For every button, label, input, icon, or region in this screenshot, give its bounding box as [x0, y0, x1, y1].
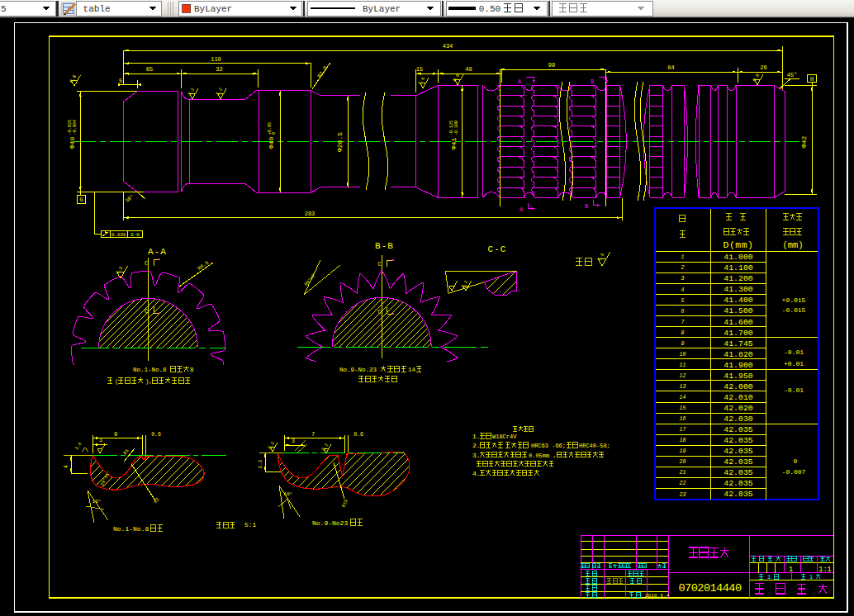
- svg-text:-0.01: -0.01: [784, 386, 804, 394]
- svg-text:11: 11: [680, 362, 686, 368]
- svg-text:41.820: 41.820: [724, 350, 752, 359]
- svg-text:C: C: [378, 310, 382, 315]
- svg-text:(mm): (mm): [782, 240, 803, 250]
- svg-text:41.200: 41.200: [724, 274, 752, 283]
- svg-text:ByLayer: ByLayer: [363, 4, 401, 14]
- svg-text:42.035: 42.035: [724, 447, 752, 456]
- svg-text:42.035: 42.035: [724, 425, 752, 434]
- svg-text:110: 110: [211, 56, 221, 63]
- svg-text:23: 23: [680, 492, 686, 498]
- svg-text:3: 3: [99, 438, 102, 443]
- svg-text:0.6: 0.6: [353, 432, 363, 438]
- svg-text:41.500: 41.500: [724, 306, 752, 315]
- svg-text:42.035: 42.035: [724, 479, 752, 488]
- svg-text:32: 32: [216, 66, 222, 73]
- svg-text:Φ40: Φ40: [69, 137, 76, 149]
- svg-text:41.950: 41.950: [724, 372, 752, 381]
- svg-text:0.05mm ,: 0.05mm ,: [529, 453, 557, 459]
- svg-text:+0.015: +0.015: [782, 296, 806, 304]
- svg-text:0: 0: [794, 457, 798, 465]
- svg-text:1: 1: [809, 574, 814, 580]
- svg-text:41.000: 41.000: [724, 253, 752, 262]
- svg-text:3.: 3.: [472, 452, 481, 459]
- svg-text:41.300: 41.300: [724, 285, 752, 294]
- svg-text:41.100: 41.100: [724, 263, 752, 272]
- svg-text:-0.015: -0.015: [782, 306, 806, 314]
- svg-text:2.5: 2.5: [258, 459, 263, 468]
- svg-text:Φ40: Φ40: [268, 137, 275, 149]
- svg-text:16: 16: [680, 416, 686, 422]
- svg-text:42.035: 42.035: [724, 457, 752, 467]
- svg-text:D(mm): D(mm): [723, 239, 753, 250]
- svg-text:21: 21: [680, 470, 686, 476]
- svg-text:14: 14: [680, 395, 686, 400]
- svg-text:+0.01: +0.01: [784, 360, 804, 367]
- svg-text:41.400: 41.400: [724, 296, 752, 305]
- svg-text:A-A: A-A: [148, 247, 167, 257]
- svg-text:0.50: 0.50: [479, 4, 501, 14]
- svg-text:17: 17: [680, 427, 686, 433]
- svg-text:No.9-No23: No.9-No23: [312, 519, 348, 527]
- svg-text:15: 15: [680, 405, 686, 411]
- svg-text:2.: 2.: [472, 442, 481, 449]
- svg-text:10: 10: [680, 352, 686, 358]
- svg-text:19: 19: [680, 448, 686, 454]
- svg-text:3: 3: [292, 438, 295, 444]
- svg-text:1: 1: [789, 566, 793, 574]
- svg-text:84: 84: [667, 64, 674, 71]
- svg-text:(: (: [115, 378, 118, 385]
- svg-text:Φ42: Φ42: [800, 136, 808, 149]
- svg-text:5: 5: [1, 4, 7, 14]
- svg-text:13: 13: [680, 384, 686, 390]
- svg-text:41.900: 41.900: [724, 361, 752, 370]
- svg-text:42.020: 42.020: [724, 404, 752, 413]
- svg-text:9: 9: [114, 431, 117, 438]
- svg-text:41.600: 41.600: [724, 318, 752, 327]
- svg-text:-0.390: -0.390: [454, 121, 459, 135]
- svg-text:Φ28.5: Φ28.5: [336, 132, 344, 152]
- svg-text:No.9-No.23: No.9-No.23: [339, 367, 377, 373]
- svg-text:5:1: 5:1: [244, 521, 257, 528]
- svg-text:),: ),: [145, 378, 152, 385]
- svg-text:C: C: [378, 262, 382, 268]
- svg-text:5: 5: [681, 298, 685, 304]
- svg-text:2: 2: [681, 265, 685, 271]
- svg-text:4: 4: [681, 287, 685, 293]
- svg-text:9: 9: [681, 341, 685, 347]
- svg-text:1: 1: [767, 574, 771, 580]
- svg-text:85: 85: [146, 66, 153, 73]
- svg-text:Φ41: Φ41: [450, 138, 458, 150]
- svg-text:-0.007: -0.007: [782, 468, 806, 476]
- svg-text:7: 7: [681, 320, 685, 325]
- svg-text:42.035: 42.035: [724, 490, 752, 499]
- svg-text:0: 0: [272, 132, 277, 135]
- svg-text:12: 12: [680, 373, 686, 379]
- svg-text:42.030: 42.030: [724, 415, 752, 424]
- svg-text:B: B: [591, 78, 594, 85]
- svg-text:B-B: B-B: [375, 241, 394, 251]
- svg-text:8: 8: [681, 330, 685, 336]
- svg-text:45°: 45°: [787, 72, 798, 78]
- svg-text:283: 283: [305, 211, 316, 217]
- svg-text:No.1-No.8: No.1-No.8: [113, 525, 149, 533]
- svg-text:20: 20: [680, 459, 686, 465]
- svg-text:4: 4: [64, 465, 69, 468]
- svg-text:G-H: G-H: [130, 232, 140, 238]
- svg-text:0.030: 0.030: [111, 232, 126, 238]
- svg-text:1:1: 1:1: [818, 566, 831, 574]
- svg-text:41.745: 41.745: [724, 339, 752, 348]
- svg-text:434: 434: [443, 43, 453, 50]
- svg-text:48: 48: [465, 66, 472, 73]
- svg-text:HRC40-58;: HRC40-58;: [579, 443, 610, 449]
- svg-text:4.: 4.: [472, 470, 481, 477]
- svg-text:3: 3: [681, 276, 685, 282]
- svg-text:8: 8: [190, 367, 194, 373]
- svg-text:99: 99: [548, 62, 555, 69]
- svg-text:H: H: [810, 76, 814, 83]
- svg-text:10°: 10°: [93, 499, 102, 505]
- svg-text:-0.01: -0.01: [784, 348, 804, 356]
- svg-text:1.: 1.: [472, 433, 481, 440]
- svg-text:2010.6.4: 2010.6.4: [645, 593, 670, 599]
- svg-text:6: 6: [681, 309, 685, 315]
- svg-text:41.700: 41.700: [724, 329, 752, 338]
